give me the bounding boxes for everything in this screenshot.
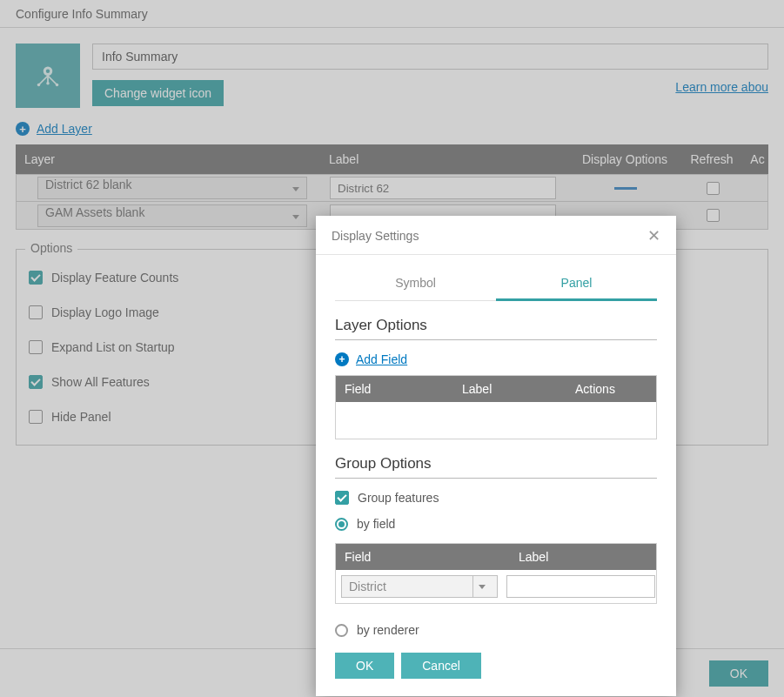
display-settings-modal: Display Settings ✕ Symbol Panel Layer Op… (316, 216, 676, 696)
hide-panel-checkbox[interactable] (29, 410, 43, 424)
svg-point-1 (46, 70, 50, 73)
add-field-link[interactable]: Add Field (356, 352, 407, 366)
change-widget-icon-button[interactable]: Change widget icon (92, 80, 224, 106)
layer-fields-empty-body (336, 402, 656, 439)
layers-header-row: Layer Label Display Options Refresh Ac (16, 144, 768, 174)
group-features-label: Group features (358, 491, 439, 505)
col-refresh-header: Refresh (677, 152, 747, 166)
plus-icon: + (16, 122, 30, 136)
add-layer-link[interactable]: Add Layer (37, 122, 92, 136)
group-field-value: District (349, 580, 386, 593)
col-label-header: Label (329, 152, 573, 166)
option-label: Expand List on Startup (51, 340, 175, 354)
layer-select[interactable]: GAM Assets blank (37, 204, 307, 227)
layer-select-value: GAM Assets blank (45, 205, 144, 219)
close-icon[interactable]: ✕ (647, 228, 660, 244)
display-options-button[interactable] (614, 187, 637, 190)
layer-options-heading: Layer Options (335, 317, 657, 340)
modal-ok-button[interactable]: OK (335, 653, 394, 679)
by-renderer-label: by renderer (357, 623, 419, 637)
plus-icon: + (335, 352, 349, 366)
option-label: Display Feature Counts (51, 271, 178, 285)
layer-select[interactable]: District 62 blank (37, 177, 307, 199)
group-field-table: Field Label District (335, 543, 657, 604)
group-label-col-header: Label (510, 550, 656, 564)
chevron-down-icon (472, 576, 490, 597)
display-logo-image-checkbox[interactable] (29, 305, 43, 319)
widget-icon-tile (16, 44, 80, 108)
layer-label-input[interactable] (330, 177, 556, 199)
ok-button[interactable]: OK (709, 660, 768, 687)
col-display-header: Display Options (573, 152, 677, 166)
group-options-heading: Group Options (335, 455, 657, 479)
group-field-select[interactable]: District (341, 575, 498, 598)
display-feature-counts-checkbox[interactable] (29, 271, 43, 285)
svg-point-2 (46, 82, 50, 85)
modal-title: Display Settings (332, 229, 419, 243)
pin-network-icon (30, 57, 66, 94)
group-features-checkbox[interactable] (335, 491, 349, 505)
refresh-checkbox[interactable] (707, 209, 720, 222)
field-col-header: Field (336, 382, 453, 396)
col-layer-header: Layer (16, 152, 329, 166)
show-all-features-checkbox[interactable] (29, 375, 43, 389)
options-legend: Options (25, 241, 77, 255)
page-title: Configure Info Summary (0, 0, 784, 28)
layer-row: District 62 blank (16, 174, 768, 202)
group-label-input[interactable] (506, 575, 655, 598)
tab-panel[interactable]: Panel (496, 267, 657, 301)
group-field-col-header: Field (336, 550, 510, 564)
by-renderer-radio[interactable] (335, 624, 348, 637)
refresh-checkbox[interactable] (707, 182, 720, 195)
label-col-header: Label (453, 382, 566, 396)
expand-list-startup-checkbox[interactable] (29, 340, 43, 354)
option-label: Show All Features (51, 375, 150, 389)
widget-name-input[interactable] (92, 44, 768, 70)
by-field-label: by field (357, 517, 395, 531)
modal-tabs: Symbol Panel (335, 267, 657, 301)
layer-fields-table: Field Label Actions (335, 375, 657, 439)
option-label: Display Logo Image (51, 305, 159, 319)
option-label: Hide Panel (51, 410, 111, 424)
by-field-radio[interactable] (335, 518, 348, 531)
layer-select-value: District 62 blank (45, 178, 132, 191)
learn-more-link[interactable]: Learn more abou (675, 80, 768, 94)
svg-point-3 (37, 84, 41, 87)
actions-col-header: Actions (566, 382, 656, 396)
col-actions-header: Ac (747, 152, 768, 166)
tab-symbol[interactable]: Symbol (335, 267, 496, 300)
modal-cancel-button[interactable]: Cancel (401, 653, 481, 679)
svg-point-4 (56, 84, 59, 87)
